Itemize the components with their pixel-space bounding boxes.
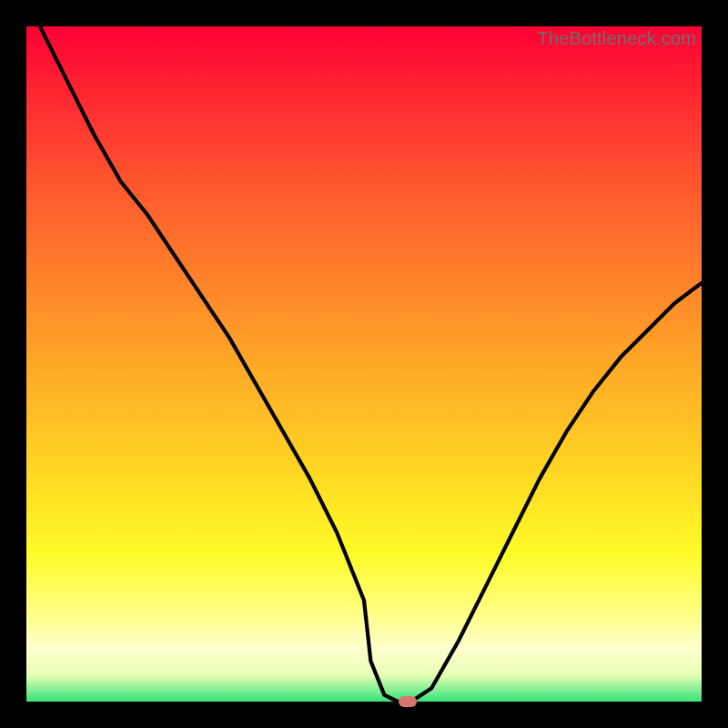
optimum-marker <box>399 696 417 707</box>
plot-area: TheBottleneck.com <box>26 26 702 702</box>
bottleneck-curve <box>26 26 702 702</box>
chart-frame: TheBottleneck.com <box>0 0 728 728</box>
